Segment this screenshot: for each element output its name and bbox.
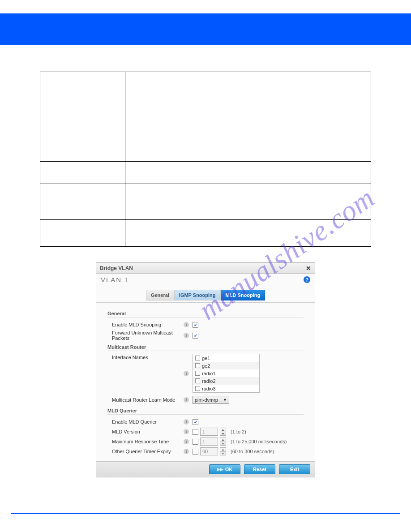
ok-button[interactable]: ▶▶ OK [209,464,240,474]
max-response-time-label: Maximum Response Time [107,439,184,444]
mld-version-hint: (1 to 2) [231,429,246,434]
mld-version-label: MLD Version [107,429,184,434]
max-response-time-enable-checkbox[interactable] [193,439,198,445]
dialog-title: Bridge VLAN [100,265,133,271]
max-response-time-hint: (1 to 25,000 milliseconds) [231,439,287,444]
dialog-subtitle: VLAN 1 ? [96,274,315,286]
definitions-table [40,72,371,247]
mld-version-stepper[interactable]: ▲▼ [220,428,226,436]
list-item[interactable]: ge1 [193,354,259,362]
tab-general[interactable]: General [146,290,174,300]
info-icon[interactable]: i [184,449,189,454]
chevron-down-icon: ▼ [221,398,227,402]
close-icon[interactable]: ✕ [306,265,311,272]
section-mld-querier-heading: MLD Querier [107,408,304,415]
help-icon[interactable]: ? [304,276,310,283]
list-item-checkbox[interactable] [195,386,200,391]
section-general-heading: General [107,311,304,317]
enable-mld-querier-label: Enable MLD Querier [107,419,184,425]
table-row [40,184,371,220]
list-item-checkbox[interactable] [195,371,200,376]
mld-version-input[interactable]: 1 [200,428,218,436]
exit-button[interactable]: Exit [279,464,310,474]
info-icon[interactable]: i [184,419,189,425]
info-icon[interactable]: i [184,397,189,403]
multicast-router-learn-mode-dropdown[interactable]: pim-dvmrp ▼ [193,396,229,404]
interface-names-label: Interface Names [107,354,184,360]
dialog-footer: ▶▶ OK Reset Exit [96,461,315,477]
info-icon[interactable]: i [184,371,189,376]
reset-button[interactable]: Reset [244,464,275,474]
multicast-router-learn-mode-label: Multicast Router Learn Mode [107,397,184,403]
max-response-time-input[interactable]: 1 [200,438,218,446]
page-footer-rule [11,513,400,514]
mld-version-enable-checkbox[interactable] [193,429,198,435]
tab-igmp-snooping[interactable]: IGMP Snooping [174,290,221,300]
other-querier-timer-stepper[interactable]: ▲▼ [220,447,226,455]
list-item-checkbox[interactable] [195,356,200,360]
list-item[interactable]: ge2 [193,362,259,369]
forward-unknown-multicast-checkbox[interactable]: ✔ [193,333,198,339]
dialog-body: General Enable MLD Snooping i ✔ Forward … [96,303,315,461]
section-multicast-router-heading: Multicast Router [107,344,304,351]
forward-unknown-multicast-label: Forward Unknown Multicast Packets [107,330,184,341]
info-icon[interactable]: i [184,322,189,327]
other-querier-timer-hint: (60 to 300 seconds) [231,449,274,454]
list-item[interactable]: radio1 [193,369,259,377]
tab-mld-snooping[interactable]: MLD Snooping [221,290,265,300]
info-icon[interactable]: i [184,333,189,338]
info-icon[interactable]: i [184,439,189,444]
table-row [40,139,371,162]
subtitle-label: VLAN [101,276,122,283]
interface-names-listbox[interactable]: ge1 ge2 radio1 radio2 radio3 [193,354,260,393]
enable-mld-snooping-label: Enable MLD Snooping [107,322,184,327]
play-icon: ▶▶ [217,467,223,472]
info-icon[interactable]: i [184,429,189,434]
other-querier-timer-label: Other Querier Timer Expiry [107,449,184,454]
other-querier-timer-input[interactable]: 60 [200,447,218,455]
table-row [40,220,371,247]
tabs: General IGMP Snooping MLD Snooping [96,286,315,303]
page-header-banner [0,13,411,45]
bridge-vlan-dialog: Bridge VLAN ✕ VLAN 1 ? General IGMP Snoo… [96,262,315,477]
other-querier-timer-enable-checkbox[interactable] [193,449,198,455]
max-response-time-stepper[interactable]: ▲▼ [220,438,226,446]
enable-mld-snooping-checkbox[interactable]: ✔ [193,322,198,328]
list-item-checkbox[interactable] [195,378,200,383]
enable-mld-querier-checkbox[interactable]: ✔ [193,419,198,425]
subtitle-value: 1 [124,276,129,283]
dialog-titlebar: Bridge VLAN ✕ [96,263,315,274]
table-row [40,72,371,139]
list-item[interactable]: radio2 [193,377,259,385]
list-item[interactable]: radio3 [193,385,259,392]
list-item-checkbox[interactable] [195,363,200,368]
table-row [40,162,371,184]
